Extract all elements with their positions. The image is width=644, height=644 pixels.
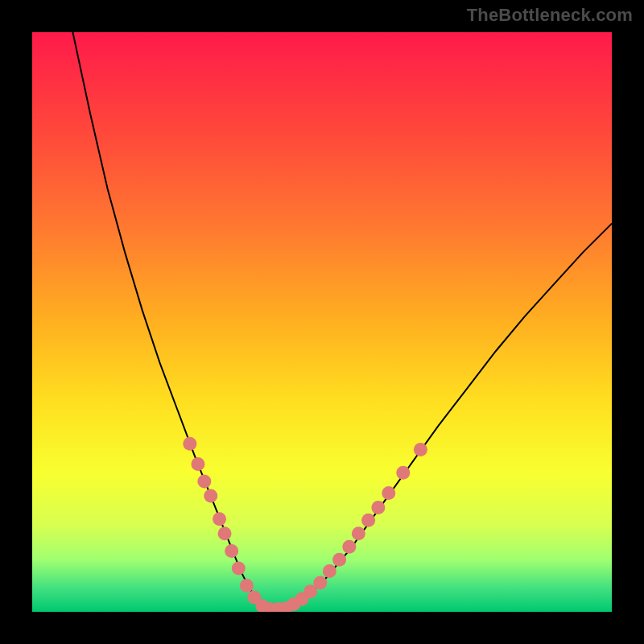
data-marker — [352, 526, 365, 540]
data-marker — [197, 475, 211, 489]
markers-group — [183, 437, 427, 612]
data-marker — [371, 501, 385, 514]
data-marker — [414, 443, 427, 456]
data-marker — [396, 466, 410, 480]
data-marker — [323, 564, 336, 578]
data-marker — [342, 540, 356, 554]
chart-overlay — [32, 32, 612, 612]
data-marker — [232, 562, 246, 576]
data-marker — [225, 544, 238, 558]
watermark-label: TheBottleneck.com — [467, 5, 633, 26]
data-marker — [361, 514, 375, 527]
data-marker — [332, 553, 346, 567]
data-marker — [204, 489, 217, 503]
chart-stage: TheBottleneck.com — [0, 0, 644, 644]
data-marker — [382, 486, 395, 500]
curve-line — [72, 32, 612, 609]
data-marker — [213, 512, 226, 526]
data-marker — [240, 579, 254, 592]
plot-area — [32, 32, 612, 612]
data-marker — [313, 576, 327, 590]
data-marker — [183, 437, 196, 451]
data-marker — [218, 526, 232, 540]
data-marker — [191, 457, 204, 471]
